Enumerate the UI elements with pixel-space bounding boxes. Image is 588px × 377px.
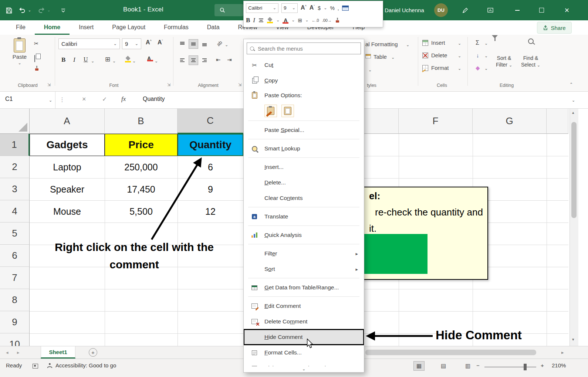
menu-search-box[interactable]: [247, 43, 361, 54]
paste-values-icon[interactable]: [281, 105, 294, 117]
borders-icon[interactable]: ⊞: [105, 56, 110, 62]
ribbon-display-options-button[interactable]: [485, 5, 496, 16]
record-macro-icon[interactable]: [33, 364, 38, 368]
clipboard-dialog-launcher-icon[interactable]: ⇲: [47, 82, 51, 87]
italic-button[interactable]: I: [73, 56, 75, 64]
close-button[interactable]: ×: [557, 0, 577, 20]
format-as-table-label-fragment[interactable]: Table: [374, 54, 387, 60]
row-header-8[interactable]: 8: [0, 289, 30, 311]
minimize-button[interactable]: [508, 0, 526, 20]
autosum-icon[interactable]: Σ: [476, 40, 479, 46]
insert-function-icon[interactable]: fx: [121, 95, 126, 103]
page-layout-view-button[interactable]: ▤: [438, 361, 449, 371]
add-sheet-button[interactable]: +: [89, 348, 97, 357]
context-menu-item-format-cells[interactable]: Format Cells...: [244, 345, 364, 360]
alignment-dialog-launcher-icon[interactable]: ⇲: [238, 82, 241, 87]
tab-formulas[interactable]: Formulas: [155, 20, 198, 35]
font-color-icon[interactable]: A: [147, 55, 151, 61]
orientation-icon[interactable]: ab: [216, 40, 223, 47]
insert-cells-button[interactable]: Insert: [431, 40, 445, 45]
context-menu-item-paste-special[interactable]: Paste Special...: [244, 122, 364, 138]
conditional-formatting-dropdown-icon[interactable]: ⌄: [406, 43, 409, 47]
format-cells-button[interactable]: Format: [431, 65, 449, 71]
undo-button[interactable]: [18, 6, 27, 15]
cell-A1[interactable]: Gadgets: [30, 134, 105, 156]
zoom-slider-track[interactable]: [484, 367, 536, 367]
zoom-level[interactable]: 210%: [552, 362, 566, 368]
cell-B1[interactable]: Price: [105, 134, 178, 156]
font-name-combo[interactable]: Calibri ⌄: [58, 38, 120, 49]
fill-color-dropdown-icon[interactable]: ⌄: [132, 59, 136, 63]
cell-C1[interactable]: Quantity: [178, 134, 243, 156]
accounting-format-icon[interactable]: $: [318, 6, 321, 11]
zoom-slider-thumb[interactable]: [524, 364, 527, 370]
context-menu-item-delete[interactable]: Delete...: [244, 175, 364, 190]
sheet-nav-right-icon[interactable]: ▸: [17, 350, 20, 355]
tab-insert[interactable]: Insert: [70, 20, 103, 35]
menu-search-input[interactable]: [257, 45, 358, 52]
fill-color-icon[interactable]: [267, 17, 273, 23]
tab-page-layout[interactable]: Page Layout: [103, 20, 155, 35]
select-all-corner[interactable]: [0, 109, 30, 134]
fill-color-dropdown-icon[interactable]: ⌄: [276, 18, 280, 22]
paste-button[interactable]: Paste ⌄: [9, 37, 30, 80]
underline-dropdown-icon[interactable]: ⌄: [91, 59, 94, 63]
find-select-button[interactable]: Find & Select ⌄: [518, 38, 543, 44]
menu-scroll-hint[interactable]: ⌄: [244, 366, 364, 372]
conditional-formatting-label-fragment[interactable]: al Formatting: [365, 41, 398, 47]
undo-dropdown-icon[interactable]: ⌄: [27, 8, 32, 13]
cell-styles-dropdown-icon[interactable]: ⌄: [368, 68, 372, 72]
scroll-right-icon[interactable]: ▸: [561, 350, 564, 355]
fill-icon[interactable]: ↓: [476, 52, 479, 58]
collapse-ribbon-icon[interactable]: ⌄: [570, 82, 573, 86]
accessibility-status[interactable]: Accessibility: Good to go: [55, 362, 116, 368]
increase-indent-icon[interactable]: ⇥: [227, 57, 232, 62]
column-header-B[interactable]: B: [105, 109, 178, 134]
formula-content[interactable]: Quantity: [143, 96, 165, 102]
expand-formula-bar-icon[interactable]: ⌄: [572, 98, 575, 102]
cell-A2[interactable]: Laptop: [30, 156, 105, 178]
cell-B3[interactable]: 17,450: [105, 178, 178, 200]
mini-italic-button[interactable]: I: [253, 17, 255, 24]
context-menu-item-edit-comment[interactable]: Edit Comment: [244, 298, 364, 314]
user-name[interactable]: Daniel Uchenna: [385, 7, 424, 13]
decrease-decimal-icon[interactable]: .00→: [322, 18, 332, 23]
row-header-2[interactable]: 2: [0, 156, 30, 178]
row-header-1[interactable]: 1: [0, 134, 30, 156]
share-button[interactable]: Share: [537, 22, 572, 34]
percent-style-icon[interactable]: %: [330, 6, 334, 11]
center-align-icon[interactable]: [258, 17, 264, 23]
context-menu-item-copy[interactable]: Copy: [244, 73, 364, 88]
redo-button[interactable]: [37, 6, 46, 15]
formula-bar-handle-icon[interactable]: ⋮: [59, 96, 65, 103]
column-header-C[interactable]: C: [178, 109, 243, 134]
insert-dropdown-icon[interactable]: ⌄: [458, 41, 461, 45]
row-header-9[interactable]: 9: [0, 311, 30, 333]
row-header-7[interactable]: 7: [0, 267, 30, 289]
context-menu-item-delete-comment[interactable]: Delete Comment: [244, 314, 364, 329]
context-menu-item-paste-options[interactable]: Paste Options:: [244, 88, 364, 102]
sheet-nav-left-icon[interactable]: ◂: [6, 350, 9, 355]
copy-icon[interactable]: [34, 55, 35, 62]
mini-font-size-combo[interactable]: 9 ⌄: [281, 3, 298, 13]
format-painter-icon[interactable]: [335, 18, 340, 23]
avatar[interactable]: DU: [434, 3, 448, 17]
context-menu-item-hide-comment[interactable]: Hide Comment: [244, 329, 364, 345]
column-header-G[interactable]: G: [473, 109, 547, 134]
vertical-scrollbar[interactable]: ▴ ▾: [570, 109, 578, 346]
context-menu-item-cut[interactable]: ✂Cut: [244, 57, 364, 73]
font-color-dropdown-icon[interactable]: ⌄: [155, 59, 158, 63]
align-top-icon[interactable]: [178, 39, 187, 49]
row-header-6[interactable]: 6: [0, 245, 30, 267]
format-as-table-icon[interactable]: [365, 54, 371, 58]
scroll-up-icon[interactable]: ▴: [572, 110, 574, 115]
comma-style-icon[interactable]: ,: [338, 6, 339, 11]
font-color-dropdown-icon[interactable]: ⌄: [291, 18, 295, 22]
font-color-icon[interactable]: A: [283, 17, 288, 24]
row-header-5[interactable]: 5: [0, 223, 30, 245]
row-header-3[interactable]: 3: [0, 178, 30, 200]
zoom-in-icon[interactable]: +: [541, 362, 544, 368]
merge-center-icon[interactable]: [342, 6, 349, 11]
format-dropdown-icon[interactable]: ⌄: [458, 67, 461, 71]
bold-button[interactable]: B: [61, 56, 65, 64]
